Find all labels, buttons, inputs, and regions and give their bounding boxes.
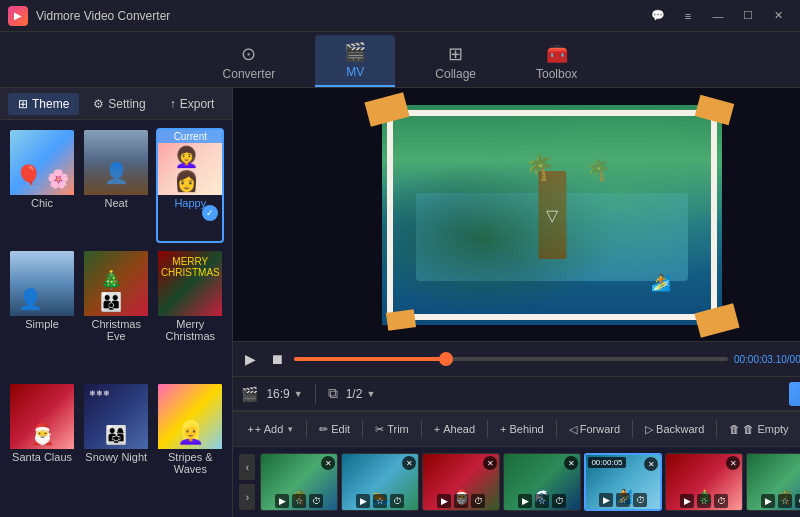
edit-button[interactable]: ✏ Edit: [311, 419, 358, 440]
tab-converter[interactable]: ⊙ Converter: [203, 37, 296, 87]
empty-button[interactable]: 🗑 🗑 Empty: [721, 419, 796, 439]
trim-button[interactable]: ✂ Trim: [367, 419, 417, 440]
maximize-button[interactable]: ☐: [734, 6, 762, 26]
tab-mv[interactable]: 🎬 MV: [315, 35, 395, 87]
theme-stripes-waves[interactable]: 👱‍♀️ Stripes & Waves: [156, 382, 224, 509]
play-indicator: ▽: [546, 205, 558, 224]
aspect-ratio-select[interactable]: 16:9 ▼: [266, 387, 302, 401]
theme-merry-christmas[interactable]: MERRYCHRISTMAS Merry Christmas: [156, 249, 224, 376]
subtab-setting[interactable]: ⚙ Setting: [83, 93, 155, 115]
tool-sep-2: [362, 420, 363, 438]
tab-collage[interactable]: ⊞ Collage: [415, 37, 496, 87]
window-controls: 💬 ≡ — ☐ ✕: [644, 6, 792, 26]
sub-tabs: ⊞ Theme ⚙ Setting ↑ Export: [0, 88, 232, 120]
theme-chic[interactable]: 🎈 🌸 Chic: [8, 128, 76, 243]
tl-star-7[interactable]: ☆: [778, 494, 792, 508]
tl-clock-7[interactable]: ⏱: [795, 494, 800, 508]
theme-grid: 🎈 🌸 Chic 👤 Neat 👩‍🦱👩 Current: [0, 120, 232, 517]
tl-clock-5[interactable]: ⏱: [633, 493, 647, 507]
ratio-select[interactable]: 1/2 ▼: [346, 387, 376, 401]
tl-star-6[interactable]: ☆: [697, 494, 711, 508]
progress-fill: [294, 357, 446, 361]
tl-star-3[interactable]: ☆: [454, 494, 468, 508]
tl-star-5[interactable]: ☆: [616, 493, 630, 507]
tl-play-1[interactable]: ▶: [275, 494, 289, 508]
forward-button[interactable]: ◁ Forward: [561, 419, 628, 440]
app-icon: ▶: [8, 6, 28, 26]
play-button[interactable]: ▶: [241, 349, 260, 369]
tab-mv-label: MV: [346, 65, 364, 79]
theme-icon: ⊞: [18, 97, 28, 111]
timeline-item-4[interactable]: 🌊 ✕ ▶ ☆ ⏱: [503, 453, 581, 511]
time-display: 00:00:03.10/00:00:50.00: [734, 354, 800, 365]
subtab-export[interactable]: ↑ Export: [160, 93, 225, 115]
stop-button[interactable]: ⏹: [266, 349, 288, 369]
tl-play-3[interactable]: ▶: [437, 494, 451, 508]
tl-clock-6[interactable]: ⏱: [714, 494, 728, 508]
video-format-icon: 🎬: [241, 386, 258, 402]
tl-star-2[interactable]: ☆: [373, 494, 387, 508]
subtab-setting-label: Setting: [108, 97, 145, 111]
mv-icon: 🎬: [344, 41, 366, 63]
add-dropdown-arrow: ▼: [286, 425, 294, 434]
tl-play-6[interactable]: ▶: [680, 494, 694, 508]
tab-toolbox[interactable]: 🧰 Toolbox: [516, 37, 597, 87]
theme-santa-claus[interactable]: 🎅 Santa Claus: [8, 382, 76, 509]
timeline-item-2[interactable]: 🏊 ✕ ▶ ☆ ⏱: [341, 453, 419, 511]
tab-toolbox-label: Toolbox: [536, 67, 577, 81]
minimize-button[interactable]: —: [704, 6, 732, 26]
tl-play-7[interactable]: ▶: [761, 494, 775, 508]
subtab-theme[interactable]: ⊞ Theme: [8, 93, 79, 115]
tl-clock-4[interactable]: ⏱: [552, 494, 566, 508]
theme-simple[interactable]: 👤 Simple: [8, 249, 76, 376]
menu-button[interactable]: ≡: [674, 6, 702, 26]
setting-icon: ⚙: [93, 97, 104, 111]
main-content: ⊞ Theme ⚙ Setting ↑ Export 🎈 🌸 Chic: [0, 88, 800, 517]
ahead-button[interactable]: + Ahead: [426, 419, 483, 439]
check-badge: ✓: [202, 205, 218, 221]
behind-button[interactable]: + Behind: [492, 419, 552, 439]
tl-play-5[interactable]: ▶: [599, 493, 613, 507]
tl-star-1[interactable]: ☆: [292, 494, 306, 508]
ratio-arrow: ▼: [366, 389, 375, 399]
ahead-icon: +: [434, 423, 440, 435]
timeline-nav-down[interactable]: ›: [239, 484, 255, 510]
backward-button[interactable]: ▷ Backward: [637, 419, 712, 440]
timeline-nav-up[interactable]: ‹: [239, 454, 255, 480]
timeline[interactable]: ‹ › 🌴 ✕ ▶ ☆ ⏱ 🏊: [233, 447, 800, 517]
tl-clock-2[interactable]: ⏱: [390, 494, 404, 508]
theme-happy[interactable]: 👩‍🦱👩 Current ✓ Happy: [156, 128, 224, 243]
separator: [315, 384, 316, 404]
progress-bar[interactable]: [294, 357, 728, 361]
timeline-item-5[interactable]: 🏄 00:00:05 ✕ ▶ ☆ ⏱: [584, 453, 662, 511]
theme-snowy-night-label: Snowy Night: [84, 449, 148, 465]
converter-icon: ⊙: [241, 43, 256, 65]
export-button[interactable]: Export: [789, 382, 800, 406]
timeline-item-7[interactable]: 🌴 ✕ ▶ ☆ ⏱: [746, 453, 800, 511]
theme-christmas-eve[interactable]: 🎄👪 Christmas Eve: [82, 249, 150, 376]
theme-snowy-night[interactable]: 👨‍👩‍👧 ❄❄❄ Snowy Night: [82, 382, 150, 509]
aspect-ratio-arrow: ▼: [294, 389, 303, 399]
close-button[interactable]: ✕: [764, 6, 792, 26]
tl-clock-3[interactable]: ⏱: [471, 494, 485, 508]
timeline-item-6[interactable]: 🎄 ✕ ▶ ☆ ⏱: [665, 453, 743, 511]
theme-stripes-waves-label: Stripes & Waves: [158, 449, 222, 477]
tl-play-2[interactable]: ▶: [356, 494, 370, 508]
timeline-item-1[interactable]: 🌴 ✕ ▶ ☆ ⏱: [260, 453, 338, 511]
app-title: Vidmore Video Converter: [36, 9, 644, 23]
toolbox-icon: 🧰: [546, 43, 568, 65]
timeline-item-3[interactable]: 🎅 ✕ ▶ ☆ ⏱: [422, 453, 500, 511]
backward-icon: ▷: [645, 423, 653, 436]
theme-neat[interactable]: 👤 Neat: [82, 128, 150, 243]
tl-play-4[interactable]: ▶: [518, 494, 532, 508]
tl-star-4[interactable]: ☆: [535, 494, 549, 508]
tl-actions-3: ▶ ☆ ⏱: [437, 494, 485, 508]
export-icon: ↑: [170, 97, 176, 111]
chat-button[interactable]: 💬: [644, 6, 672, 26]
theme-merry-christmas-label: Merry Christmas: [158, 316, 222, 344]
controls-bar: ▶ ⏹ 00:00:03.10/00:00:50.00 🔊: [233, 341, 800, 377]
tl-clock-1[interactable]: ⏱: [309, 494, 323, 508]
ratio-value: 1/2: [346, 387, 363, 401]
add-button[interactable]: + + Add ▼: [239, 419, 302, 439]
tl-actions-5: ▶ ☆ ⏱: [599, 493, 647, 507]
